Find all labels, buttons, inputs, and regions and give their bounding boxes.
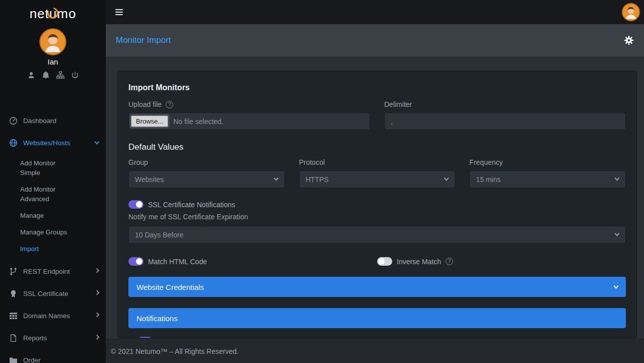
chevron-down-icon bbox=[273, 176, 278, 181]
website-credentials-section-header[interactable]: Website Credentials bbox=[128, 277, 626, 297]
chevron-down-icon bbox=[615, 176, 620, 181]
chevron-down-icon bbox=[614, 284, 619, 289]
match-html-toggle[interactable] bbox=[128, 257, 144, 266]
notify-expiration-label: Notify me of SSL Certificate Expiration bbox=[128, 213, 626, 221]
sidebar-item-import[interactable]: Import bbox=[0, 240, 85, 257]
sidebar-item-domain-names[interactable]: Domain Names bbox=[0, 305, 106, 327]
email-notifications-toggle[interactable] bbox=[137, 337, 153, 338]
toggle-knob bbox=[136, 258, 142, 265]
domains-grid-icon bbox=[9, 312, 18, 320]
submenu-label: Manage bbox=[20, 211, 44, 220]
profile-icon[interactable] bbox=[27, 71, 35, 79]
footer: © 2021 Netumo™ – All Rights Reserved. bbox=[106, 339, 644, 363]
ssl-notifications-label: SSL Certificate Notifications bbox=[148, 201, 235, 209]
sidebar-item-websites-hosts[interactable]: Websites/Hosts bbox=[0, 132, 106, 154]
copyright-text: © 2021 Netumo™ – All Rights Reserved. bbox=[111, 347, 239, 355]
sidebar-item-label: Order bbox=[23, 356, 41, 363]
frequency-select[interactable]: 15 mins bbox=[469, 170, 626, 188]
upload-file-label: Upload file bbox=[128, 100, 162, 108]
protocol-select[interactable]: HTTPS bbox=[299, 170, 456, 188]
no-file-text: No file selected. bbox=[173, 117, 224, 126]
upload-file-input[interactable]: Browse... No file selected. bbox=[128, 112, 370, 130]
chevron-right-icon bbox=[95, 268, 100, 273]
sidebar-item-label: REST Endpoint bbox=[23, 268, 70, 275]
email-notifications-label: Email Notifications bbox=[157, 337, 215, 339]
notifications-label: Notifications bbox=[136, 314, 178, 323]
main-content: Import Monitors Upload file ? Browse... … bbox=[106, 56, 644, 339]
hamburger-menu-icon[interactable] bbox=[115, 9, 123, 15]
submenu-label: Import bbox=[20, 244, 39, 254]
card-title: Import Monitors bbox=[128, 83, 626, 92]
sitemap-icon[interactable] bbox=[56, 71, 64, 79]
chevron-down-icon bbox=[444, 176, 449, 181]
submenu-label: Add Monitor Advanced bbox=[20, 185, 75, 204]
sidebar-item-label: Dashboard bbox=[23, 117, 56, 125]
page-title: Monitor Import bbox=[116, 35, 171, 45]
sidebar-item-dashboard[interactable]: Dashboard bbox=[0, 109, 106, 132]
frequency-select-value: 15 mins bbox=[476, 175, 500, 184]
settings-gear-icon[interactable] bbox=[624, 35, 634, 45]
user-avatar[interactable] bbox=[39, 28, 66, 55]
protocol-select-value: HTTPS bbox=[306, 175, 329, 184]
inverse-match-toggle[interactable] bbox=[377, 257, 392, 266]
browse-button[interactable]: Browse... bbox=[131, 115, 168, 127]
submenu-label: Add Monitor Simple bbox=[20, 158, 75, 177]
sidebar-item-label: Domain Names bbox=[23, 312, 70, 320]
page-header: Monitor Import bbox=[106, 24, 644, 56]
websites-hosts-submenu: Add Monitor Simple Add Monitor Advanced … bbox=[0, 154, 106, 260]
username: Ian bbox=[0, 57, 106, 66]
sidebar: netumo Ian bbox=[0, 0, 106, 363]
sidebar-item-label: SSL Certificate bbox=[23, 290, 68, 297]
sidebar-item-add-monitor-advanced[interactable]: Add Monitor Advanced bbox=[0, 181, 85, 207]
upload-help-icon[interactable]: ? bbox=[166, 101, 173, 108]
website-credentials-label: Website Credentials bbox=[136, 283, 204, 291]
dashboard-icon bbox=[9, 116, 18, 125]
certificate-icon bbox=[9, 289, 18, 298]
user-quick-actions bbox=[0, 71, 106, 79]
sidebar-item-add-monitor-simple[interactable]: Add Monitor Simple bbox=[0, 155, 85, 181]
group-select-value: Websites bbox=[135, 175, 164, 184]
notifications-bell-icon[interactable] bbox=[42, 71, 50, 79]
logout-power-icon[interactable] bbox=[71, 71, 79, 79]
submenu-label: Manage Groups bbox=[20, 227, 67, 237]
sidebar-item-rest-endpoint[interactable]: REST Endpoint bbox=[0, 260, 106, 282]
delimiter-input[interactable] bbox=[384, 112, 626, 130]
sidebar-item-manage[interactable]: Manage bbox=[0, 207, 85, 224]
code-branch-icon bbox=[9, 267, 18, 276]
frequency-label: Frequency bbox=[469, 158, 503, 166]
sidebar-item-order[interactable]: Order bbox=[0, 349, 106, 363]
default-values-title: Default Values bbox=[128, 142, 626, 152]
sidebar-item-reports[interactable]: Reports bbox=[0, 327, 106, 349]
inverse-match-help-icon[interactable]: ? bbox=[446, 258, 453, 265]
inverse-match-label: Inverse Match bbox=[397, 258, 441, 266]
toggle-knob bbox=[136, 201, 142, 208]
topbar bbox=[106, 0, 644, 24]
topbar-avatar[interactable] bbox=[622, 3, 640, 21]
sidebar-item-manage-groups[interactable]: Manage Groups bbox=[0, 224, 85, 240]
match-html-label: Match HTML Code bbox=[148, 258, 207, 266]
avatar-image bbox=[622, 3, 640, 21]
notifications-section-header[interactable]: Notifications bbox=[128, 308, 626, 328]
sidebar-menu: Dashboard Websites/Hosts Add Monitor Sim… bbox=[0, 109, 106, 363]
sidebar-item-ssl-certificate[interactable]: SSL Certificate bbox=[0, 282, 106, 305]
group-label: Group bbox=[128, 158, 148, 166]
ssl-expiration-select[interactable]: 10 Days Before bbox=[128, 226, 626, 244]
chevron-right-icon bbox=[95, 290, 100, 295]
chevron-down-icon bbox=[615, 231, 620, 236]
chevron-right-icon bbox=[95, 313, 100, 318]
toggle-knob bbox=[145, 338, 152, 338]
toggle-knob bbox=[378, 258, 385, 265]
ssl-expiration-select-value: 10 Days Before bbox=[135, 231, 184, 239]
sidebar-item-label: Websites/Hosts bbox=[23, 139, 70, 147]
group-select[interactable]: Websites bbox=[128, 170, 285, 188]
sidebar-item-label: Reports bbox=[23, 334, 47, 342]
ssl-notifications-toggle[interactable] bbox=[128, 200, 144, 209]
brand-logo: netumo bbox=[0, 0, 106, 22]
delimiter-label: Delimiter bbox=[384, 100, 412, 108]
protocol-label: Protocol bbox=[299, 158, 325, 166]
chevron-right-icon bbox=[95, 335, 100, 340]
globe-icon bbox=[9, 139, 18, 147]
folder-icon bbox=[9, 356, 18, 363]
import-monitors-card: Import Monitors Upload file ? Browse... … bbox=[117, 71, 637, 338]
report-file-icon bbox=[9, 334, 18, 342]
